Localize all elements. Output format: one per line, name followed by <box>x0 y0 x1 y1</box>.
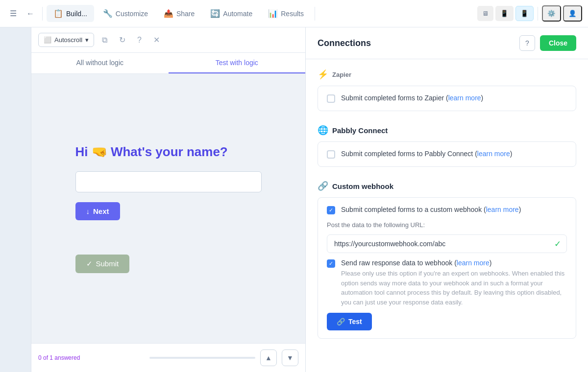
webhook-warning-text: Please only use this option if you're an… <box>341 269 567 307</box>
nav-tab-automate[interactable]: 🔄 Automate <box>203 5 259 22</box>
pabbly-section: 🌐 Pabbly Connect Submit completed forms … <box>318 125 576 167</box>
webhook-card: Submit completed forms to a custom webho… <box>318 197 576 339</box>
preview-toolbar: ⬜ Autoscroll ▾ ⧉ ↻ ? ✕ <box>31 27 305 53</box>
webhook-url-input[interactable] <box>327 234 567 253</box>
next-arrow-icon: ↓ <box>86 207 90 215</box>
nav-divider-3 <box>538 7 538 21</box>
pabbly-label: Submit completed forms to Pabbly Connect… <box>341 150 512 158</box>
automate-icon: 🔄 <box>210 9 220 18</box>
preview-content: Hi 🤜 What's your name? ↓ Next ✓ Submit <box>31 74 305 343</box>
nav-tab-customize[interactable]: 🔧 Customize <box>96 5 155 22</box>
nav-divider-1 <box>42 7 43 21</box>
autoscroll-button[interactable]: ⬜ Autoscroll ▾ <box>38 33 94 47</box>
preview-footer: 0 of 1 answered ▲ ▼ <box>31 343 305 372</box>
back-icon[interactable]: ← <box>23 5 38 22</box>
settings-icon-btn[interactable]: ⚙️ <box>542 5 561 22</box>
connections-help-btn[interactable]: ? <box>519 35 535 51</box>
zapier-header: ⚡ Zapier <box>318 69 576 80</box>
webhook-section: 🔗 Custom webhook Submit completed forms … <box>318 181 576 339</box>
connections-close-btn[interactable]: Close <box>540 35 576 51</box>
connections-header: Connections ? Close <box>306 27 588 59</box>
nav-tab-results-label: Results <box>281 10 304 18</box>
form-question: Hi 🤜 What's your name? <box>75 144 262 160</box>
preview-help-btn[interactable]: ? <box>133 33 146 47</box>
preview-pane: ⬜ Autoscroll ▾ ⧉ ↻ ? ✕ All without logic… <box>31 27 306 372</box>
submit-button[interactable]: ✓ Submit <box>75 255 130 273</box>
pabbly-learn-more-link[interactable]: learn more <box>477 150 510 158</box>
device-desktop-btn[interactable]: 🖥 <box>477 6 493 21</box>
webhook-learn-more-link[interactable]: learn more <box>486 206 519 213</box>
webhook-header: 🔗 Custom webhook <box>318 181 576 191</box>
zapier-learn-more-link[interactable]: learn more <box>448 94 481 102</box>
autoscroll-icon: ⬜ <box>44 36 51 44</box>
webhook-test-button[interactable]: 🔗 Test <box>327 313 372 330</box>
pabbly-card: Submit completed forms to Pabbly Connect… <box>318 141 576 167</box>
zapier-name: Zapier <box>332 71 351 78</box>
device-mobile-btn[interactable]: 📱 <box>515 6 534 21</box>
left-sidebar <box>0 27 31 372</box>
webhook-label: Submit completed forms to a custom webho… <box>341 206 521 213</box>
nav-tab-build[interactable]: 📋 Build... <box>47 5 94 22</box>
nav-right: 🖥 📱 📱 ⚙️ 👤 <box>477 5 582 22</box>
pabbly-checkbox[interactable] <box>327 150 335 159</box>
progress-bar-wrap <box>149 357 256 359</box>
zapier-label: Submit completed forms to Zapier (learn … <box>341 94 483 102</box>
top-nav: ☰ ← 📋 Build... 🔧 Customize 📤 Share 🔄 Aut… <box>0 0 588 27</box>
chevron-down-icon: ▾ <box>85 36 89 44</box>
zapier-icon: ⚡ <box>318 69 328 80</box>
preview-copy-btn[interactable]: ⧉ <box>98 33 111 47</box>
tab-all-without-logic[interactable]: All without logic <box>31 53 169 73</box>
connections-panel: Connections ? Close ⚡ Zapier Submit comp… <box>306 27 588 372</box>
build-icon: 📋 <box>53 9 63 18</box>
preview-close-btn[interactable]: ✕ <box>149 32 164 47</box>
test-button-label: Test <box>348 318 362 326</box>
nav-tab-share-label: Share <box>176 10 195 18</box>
webhook-url-wrap: ✓ <box>327 234 567 253</box>
nav-up-btn[interactable]: ▲ <box>260 349 277 366</box>
webhook-name: Custom webhook <box>332 182 393 190</box>
pabbly-name: Pabbly Connect <box>332 126 388 135</box>
next-button[interactable]: ↓ Next <box>75 202 120 220</box>
autoscroll-label: Autoscroll <box>54 36 82 44</box>
zapier-section: ⚡ Zapier Submit completed forms to Zapie… <box>318 69 576 111</box>
tab-all-without-logic-label: All without logic <box>76 59 124 67</box>
webhook-url-label: Post the data to the following URL: <box>327 221 567 229</box>
nav-divider-2 <box>315 7 315 21</box>
device-tablet-btn[interactable]: 📱 <box>495 6 514 21</box>
tab-test-with-logic-label: Test with logic <box>216 59 258 67</box>
name-input[interactable] <box>75 171 262 192</box>
zapier-card: Submit completed forms to Zapier (learn … <box>318 86 576 111</box>
tab-test-with-logic[interactable]: Test with logic <box>169 53 306 73</box>
nav-tab-share[interactable]: 📤 Share <box>157 5 201 22</box>
webhook-icon: 🔗 <box>318 181 328 191</box>
webhook-url-valid-icon: ✓ <box>554 239 561 249</box>
zapier-submit-text: Submit completed forms to Zapier <box>341 94 444 102</box>
nav-tab-customize-label: Customize <box>116 10 148 18</box>
submit-check-icon: ✓ <box>86 259 93 268</box>
webhook-expanded: Post the data to the following URL: ✓ Se… <box>327 221 567 330</box>
pabbly-submit-text: Submit completed forms to Pabbly Connect <box>341 150 473 158</box>
raw-response-label-wrap: Send raw response data to webhook (learn… <box>341 259 567 307</box>
webhook-checkbox[interactable] <box>327 206 335 214</box>
menu-icon[interactable]: ☰ <box>6 5 21 22</box>
share-icon: 📤 <box>164 9 173 18</box>
preview-refresh-btn[interactable]: ↻ <box>115 32 129 47</box>
nav-down-btn[interactable]: ▼ <box>282 349 298 366</box>
nav-tab-automate-label: Automate <box>223 10 252 18</box>
connections-title: Connections <box>318 38 371 48</box>
user-icon-btn[interactable]: 👤 <box>563 5 582 22</box>
main-layout: ⬜ Autoscroll ▾ ⧉ ↻ ? ✕ All without logic… <box>0 27 588 372</box>
progress-text: 0 of 1 answered <box>38 354 145 361</box>
raw-response-checkbox[interactable] <box>327 259 335 268</box>
results-icon: 📊 <box>268 9 278 18</box>
raw-response-label: Send raw response data to webhook (learn… <box>341 259 567 267</box>
pabbly-icon: 🌐 <box>318 125 328 136</box>
pabbly-header: 🌐 Pabbly Connect <box>318 125 576 136</box>
nav-tab-results[interactable]: 📊 Results <box>261 5 311 22</box>
webhook-submit-text: Submit completed forms to a custom webho… <box>341 206 482 213</box>
raw-response-learn-more-link[interactable]: learn more <box>457 259 490 267</box>
zapier-checkbox[interactable] <box>327 94 335 103</box>
preview-tabs: All without logic Test with logic <box>31 53 305 74</box>
connections-body: ⚡ Zapier Submit completed forms to Zapie… <box>306 59 588 349</box>
submit-button-label: Submit <box>96 259 119 268</box>
